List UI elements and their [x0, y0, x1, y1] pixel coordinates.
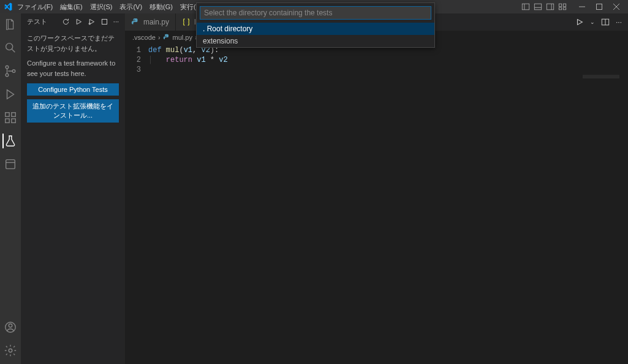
sidebar-header: テスト ··· — [21, 13, 125, 29]
svg-rect-29 — [102, 19, 107, 24]
menu-file[interactable]: ファイル(F) — [13, 2, 56, 12]
refresh-tests-icon[interactable] — [62, 18, 70, 26]
chevron-right-icon: › — [158, 34, 161, 41]
debug-tests-icon[interactable] — [88, 18, 96, 26]
editor-area: main.py las ⌄ ··· .vscode › mul.py › ... — [125, 13, 628, 364]
svg-rect-21 — [12, 119, 15, 123]
source-control-icon[interactable] — [3, 64, 18, 78]
sidebar-message-1: このワークスペースでまだテストが見つかりません。 — [27, 33, 119, 53]
svg-rect-7 — [563, 4, 566, 6]
line-number-gutter: 1 2 3 — [125, 45, 148, 364]
vscode-logo-icon — [2, 2, 13, 11]
svg-rect-11 — [597, 4, 602, 10]
code-content[interactable]: def mul(v1, v2): │ return v1 * v2 — [148, 45, 628, 364]
run-tests-icon[interactable] — [75, 18, 83, 26]
toggle-secondary-sidebar-icon[interactable] — [546, 2, 554, 11]
menu-edit[interactable]: 編集(E) — [56, 2, 86, 12]
extensions-icon[interactable] — [3, 110, 18, 125]
customize-layout-icon[interactable] — [558, 2, 567, 11]
explorer-icon[interactable] — [3, 17, 18, 32]
sidebar-more-icon[interactable]: ··· — [113, 18, 119, 26]
quick-input-item-extensions[interactable]: extensions — [197, 35, 434, 47]
toggle-primary-sidebar-icon[interactable] — [521, 2, 530, 11]
maximize-icon[interactable] — [596, 4, 602, 10]
svg-point-17 — [6, 74, 9, 77]
split-editor-icon[interactable] — [601, 18, 610, 26]
svg-rect-4 — [547, 4, 553, 10]
run-file-icon[interactable] — [575, 18, 584, 26]
quick-input-item-root[interactable]: . Root directory — [197, 23, 434, 35]
run-debug-icon[interactable] — [3, 87, 18, 102]
svg-rect-22 — [12, 113, 15, 116]
activity-bar — [0, 13, 21, 364]
svg-point-18 — [12, 70, 15, 73]
menu-select[interactable]: 選択(S) — [86, 2, 116, 12]
toggle-panel-icon[interactable] — [534, 2, 542, 11]
install-test-extensions-button[interactable]: 追加のテスト拡張機能をインストール... — [27, 99, 119, 123]
editor-more-icon[interactable]: ··· — [616, 18, 622, 26]
menu-go[interactable]: 移動(G) — [146, 2, 176, 12]
sidebar-message-2: Configure a test framework to see your t… — [27, 58, 119, 78]
breadcrumb-folder[interactable]: .vscode — [132, 34, 156, 41]
line-number: 3 — [125, 65, 141, 75]
stop-tests-icon[interactable] — [100, 18, 108, 26]
svg-point-14 — [6, 44, 13, 50]
additional-view-icon[interactable] — [3, 157, 18, 172]
run-dropdown-icon[interactable]: ⌄ — [590, 19, 595, 25]
line-number: 1 — [125, 45, 141, 55]
python-file-icon — [131, 18, 140, 26]
svg-rect-2 — [534, 4, 541, 10]
close-icon[interactable] — [613, 4, 619, 10]
breadcrumb-file[interactable]: mul.py — [163, 34, 192, 41]
svg-point-16 — [6, 66, 9, 69]
minimap[interactable] — [583, 75, 619, 78]
window-controls — [573, 4, 626, 10]
test-icon[interactable] — [2, 134, 17, 148]
quick-input-palette: . Root directory extensions — [196, 2, 435, 48]
code-line — [148, 65, 628, 75]
svg-rect-6 — [559, 4, 561, 6]
svg-rect-8 — [559, 7, 561, 10]
svg-point-27 — [9, 349, 12, 352]
quick-input-list: . Root directory extensions — [197, 23, 434, 47]
menu-view[interactable]: 表示(V) — [116, 2, 146, 12]
tab-main-py[interactable]: main.py — [125, 13, 176, 31]
sidebar-testing: テスト ··· このワークスペースでまだテストが見つかりません。 Configu… — [21, 13, 125, 364]
code-editor[interactable]: 1 2 3 def mul(v1, v2): │ return v1 * v2 — [125, 44, 628, 364]
line-number: 2 — [125, 55, 141, 65]
code-line: │ return v1 * v2 — [148, 55, 628, 65]
svg-rect-20 — [6, 119, 9, 123]
accounts-icon[interactable] — [3, 320, 18, 335]
minimize-icon[interactable] — [579, 4, 585, 10]
gear-icon[interactable] — [3, 343, 18, 358]
sidebar-title: テスト — [27, 17, 62, 26]
svg-rect-19 — [6, 113, 9, 116]
configure-python-tests-button[interactable]: Configure Python Tests — [27, 83, 119, 96]
svg-rect-9 — [563, 7, 566, 10]
quick-input-field[interactable] — [200, 6, 431, 20]
svg-rect-23 — [6, 160, 15, 169]
search-icon[interactable] — [3, 40, 18, 55]
svg-rect-0 — [522, 4, 529, 10]
json-file-icon — [182, 18, 191, 26]
svg-line-15 — [12, 49, 15, 52]
layout-controls — [521, 2, 573, 11]
tab-label: main.py — [143, 18, 169, 26]
svg-point-26 — [9, 324, 12, 328]
